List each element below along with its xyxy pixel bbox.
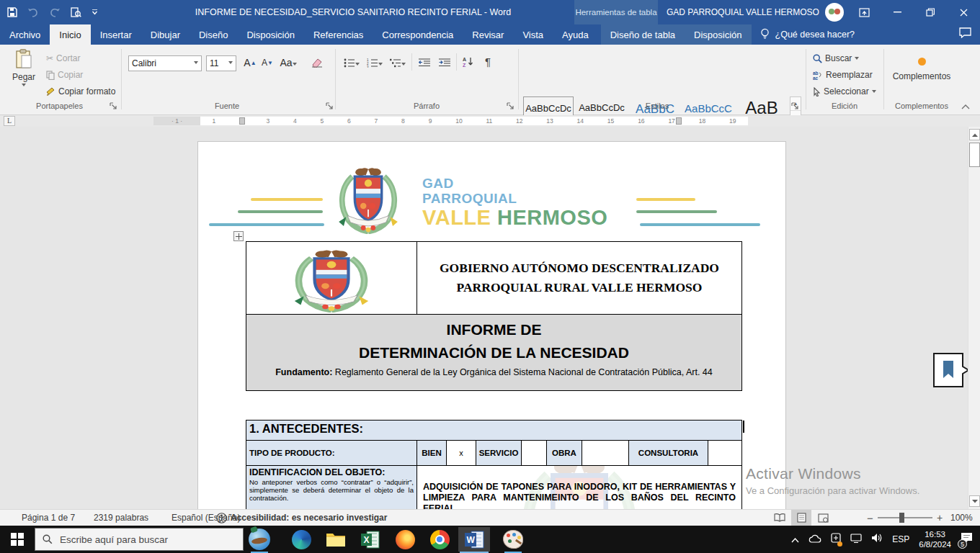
styles-dialog-launcher[interactable] bbox=[791, 102, 799, 110]
zoom-slider-thumb[interactable] bbox=[899, 513, 904, 523]
option-servicio-label[interactable]: SERVICIO bbox=[476, 441, 521, 465]
option-obra-mark[interactable] bbox=[582, 441, 628, 465]
ribbon-display-options-button[interactable] bbox=[847, 0, 881, 24]
scrollbar-thumb[interactable] bbox=[969, 143, 980, 167]
option-consultoria-label[interactable]: CONSULTORIA bbox=[629, 441, 708, 465]
option-bien-mark[interactable]: x bbox=[447, 441, 476, 465]
collapse-ribbon-icon[interactable] bbox=[961, 104, 970, 109]
increase-indent-button[interactable] bbox=[436, 54, 453, 71]
zoom-out-button[interactable]: − bbox=[867, 510, 873, 526]
shrink-font-button[interactable]: A▼ bbox=[259, 54, 275, 71]
tab-revisar[interactable]: Revisar bbox=[463, 24, 513, 45]
table-move-handle[interactable] bbox=[233, 231, 244, 241]
chrome-icon[interactable] bbox=[424, 527, 455, 552]
accessibility-status[interactable]: Accesibilidad: es necesario investigar bbox=[216, 510, 387, 526]
clock[interactable]: 16:53 6/8/2024 bbox=[919, 529, 951, 550]
taskbar-search[interactable]: Escribe aquí para buscar bbox=[35, 528, 244, 551]
tab-insertar[interactable]: Insertar bbox=[91, 24, 141, 45]
volume-icon[interactable] bbox=[871, 533, 883, 546]
notification-app-icon[interactable] bbox=[831, 533, 841, 546]
minimize-button[interactable] bbox=[881, 0, 914, 24]
tab-vista[interactable]: Vista bbox=[513, 24, 553, 45]
edge-icon[interactable] bbox=[285, 527, 317, 552]
account-info[interactable]: GAD PARROQUIAL VALLE HERMOSO bbox=[667, 0, 844, 24]
feedback-icon[interactable] bbox=[959, 27, 971, 41]
table-cell-report-title[interactable]: INFORME DE DETERMINACIÓN DE LA NECESIDAD… bbox=[246, 315, 741, 390]
font-size-select[interactable]: 11 bbox=[206, 55, 236, 71]
tab-dibujar[interactable]: Dibujar bbox=[141, 24, 190, 45]
addins-button[interactable]: Complementos bbox=[888, 50, 956, 96]
page-indicator[interactable]: Página 1 de 7 bbox=[22, 510, 75, 526]
tab-diseno-de-tabla[interactable]: Diseño de tabla bbox=[601, 24, 685, 45]
ruler-table-marker[interactable] bbox=[676, 117, 682, 125]
firefox-icon[interactable] bbox=[389, 527, 421, 552]
bullet-list-button[interactable] bbox=[341, 54, 362, 71]
format-painter-button[interactable]: Copiar formato bbox=[45, 84, 117, 99]
tab-stop-selector[interactable]: L bbox=[4, 116, 15, 126]
decrease-indent-button[interactable] bbox=[416, 54, 433, 71]
table-cell-logo[interactable] bbox=[246, 242, 416, 314]
save-icon[interactable] bbox=[7, 7, 17, 17]
change-case-button[interactable]: Aa bbox=[278, 54, 298, 71]
tab-disposicion-tabla[interactable]: Disposición bbox=[685, 24, 751, 45]
paint-icon[interactable] bbox=[497, 527, 529, 552]
network-icon[interactable] bbox=[850, 533, 862, 546]
file-explorer-icon[interactable] bbox=[320, 527, 352, 552]
tab-disposicion[interactable]: Disposición bbox=[237, 24, 303, 45]
objeto-label-cell[interactable]: IDENTIFICACION DEL OBJETO: No anteponer … bbox=[246, 466, 416, 509]
antecedentes-table[interactable]: 1. ANTECEDENTES: TIPO DE PRODUCTO: BIEN … bbox=[246, 420, 742, 509]
excel-icon[interactable]: X bbox=[355, 527, 386, 552]
horizontal-ruler[interactable]: L · 1 · 12345678910111213141516171819 bbox=[0, 115, 980, 127]
font-dialog-launcher[interactable] bbox=[326, 102, 334, 110]
action-center-icon[interactable]: 5 bbox=[961, 532, 973, 547]
paragraph-dialog-launcher[interactable] bbox=[507, 102, 514, 110]
section-header-antecedentes[interactable]: 1. ANTECEDENTES: bbox=[246, 421, 741, 440]
header-table[interactable]: GOBIERNO AUTÓNOMO DESCENTRALIZADO PARROQ… bbox=[246, 241, 742, 391]
objeto-value-cell[interactable]: ADQUISICIÓN DE TAPONES PARA INODORO, KIT… bbox=[417, 466, 741, 509]
tab-archivo[interactable]: Archivo bbox=[0, 24, 50, 45]
word-icon[interactable]: W bbox=[458, 527, 490, 552]
scroll-up-button[interactable] bbox=[969, 129, 980, 140]
replace-button[interactable]: abac Reemplazar bbox=[811, 67, 874, 83]
paste-button[interactable]: Pegar bbox=[7, 49, 40, 98]
avatar[interactable] bbox=[825, 3, 844, 22]
restore-button[interactable] bbox=[914, 0, 947, 24]
zoom-level[interactable]: 100% bbox=[950, 510, 973, 526]
onedrive-icon[interactable] bbox=[808, 533, 821, 546]
ruler-table-marker[interactable] bbox=[239, 117, 245, 125]
tray-chevron-icon[interactable] bbox=[791, 533, 799, 546]
close-button[interactable] bbox=[947, 0, 980, 24]
option-consultoria-mark[interactable] bbox=[708, 441, 741, 465]
grow-font-button[interactable]: A▲ bbox=[242, 54, 258, 71]
option-servicio-mark[interactable] bbox=[522, 441, 546, 465]
tab-correspondencia[interactable]: Correspondencia bbox=[373, 24, 463, 45]
read-mode-button[interactable] bbox=[770, 510, 790, 526]
word-count[interactable]: 2319 palabras bbox=[94, 510, 148, 526]
find-button[interactable]: Buscar bbox=[811, 50, 860, 66]
sort-button[interactable]: AZ bbox=[459, 53, 478, 70]
scroll-down-button[interactable] bbox=[969, 495, 980, 507]
fishbowl-app-icon[interactable] bbox=[244, 527, 275, 552]
font-family-select[interactable]: Calibri bbox=[128, 55, 202, 71]
option-bien-label[interactable]: BIEN bbox=[417, 441, 446, 465]
clipboard-dialog-launcher[interactable] bbox=[110, 102, 117, 110]
tab-ayuda[interactable]: Ayuda bbox=[553, 24, 598, 45]
print-layout-button[interactable] bbox=[791, 510, 811, 526]
web-layout-button[interactable] bbox=[813, 510, 833, 526]
input-language[interactable]: ESP bbox=[892, 534, 909, 544]
zoom-slider[interactable] bbox=[878, 510, 932, 526]
customize-qat-icon[interactable] bbox=[92, 9, 98, 15]
table-cell-entity-name[interactable]: GOBIERNO AUTÓNOMO DESCENTRALIZADO PARROQ… bbox=[417, 242, 741, 314]
show-paragraph-marks-button[interactable]: ¶ bbox=[480, 53, 496, 70]
numbered-list-button[interactable]: 123 bbox=[364, 54, 386, 71]
document-page[interactable]: GAD PARROQUIAL VALLE HERMOSO GOBIERNO AU… bbox=[198, 142, 785, 509]
multilevel-list-button[interactable] bbox=[387, 54, 409, 71]
zoom-in-button[interactable]: + bbox=[937, 510, 943, 526]
vertical-scrollbar[interactable] bbox=[968, 127, 980, 509]
option-obra-label[interactable]: OBRA bbox=[547, 441, 582, 465]
resume-reading-bookmark[interactable] bbox=[932, 352, 970, 388]
start-button[interactable] bbox=[0, 526, 35, 553]
tab-diseno[interactable]: Diseño bbox=[190, 24, 237, 45]
tab-inicio[interactable]: Inicio bbox=[50, 24, 90, 45]
tipo-producto-label[interactable]: TIPO DE PRODUCTO: bbox=[246, 441, 416, 465]
